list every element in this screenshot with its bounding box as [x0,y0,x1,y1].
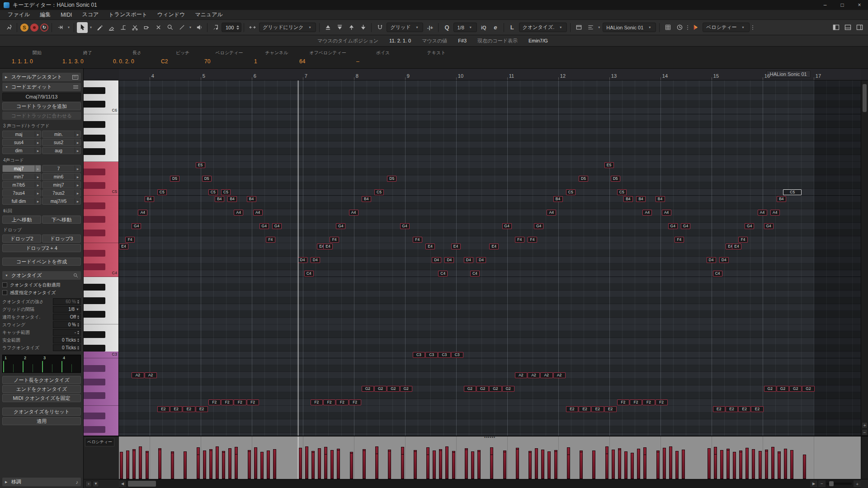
midi-note-G2[interactable]: G2 [362,386,374,392]
autoscroll-button[interactable] [55,22,66,33]
piano-key-D#3[interactable] [84,331,118,338]
midi-note-G2[interactable]: G2 [476,386,489,392]
zoom-slider[interactable] [826,483,852,485]
autoscroll-options-caret[interactable]: ▾ [66,25,71,29]
velocity-bar[interactable] [126,450,129,479]
midi-note-C4[interactable]: C4 [304,271,314,277]
midi-note-D5[interactable]: D5 [611,176,620,182]
midi-note-F4[interactable]: F4 [675,237,684,243]
menu-item-6[interactable]: ウィンドウ [152,9,190,20]
midi-note-G4[interactable]: G4 [681,223,690,229]
midi-note-A2[interactable]: A2 [515,372,527,378]
velocity-bar[interactable] [330,450,334,479]
midi-note-B4[interactable]: B4 [215,196,224,202]
piano-key-C4[interactable]: C4 [84,270,118,277]
midi-note-F2[interactable]: F2 [630,399,642,405]
chord-arrow-icon[interactable]: ▶ [35,131,41,137]
midi-note-E2[interactable]: E2 [713,406,725,412]
midi-note-E4[interactable]: E4 [451,244,461,249]
midi-note-F4[interactable]: F4 [515,237,524,243]
stepper-icon[interactable] [77,331,79,334]
midi-note-G4[interactable]: G4 [259,223,269,229]
piano-key-G2[interactable] [84,385,118,392]
piano-key-D#5[interactable] [84,169,118,175]
section-chord-edit[interactable]: ▼ コードエディット [2,83,81,91]
velocity-bar[interactable] [752,449,755,479]
midi-note-F2[interactable]: F2 [323,399,335,405]
velocity-bar[interactable] [254,447,257,479]
midi-note-C3[interactable]: C3 [425,352,438,358]
toolbar-overflow-dots[interactable] [687,25,688,30]
piano-key-A#3[interactable] [84,284,118,291]
velocity-bar[interactable] [675,451,679,479]
piano-key-D2[interactable] [84,419,118,426]
draw-tool[interactable] [94,22,105,33]
create-chord-event-button[interactable]: コードイベントを作成 [2,258,81,266]
info-field-value[interactable]: 70 [204,58,210,65]
velocity-bar[interactable] [445,446,448,479]
quantize-panel-button[interactable]: e [490,22,501,33]
midi-note-G4[interactable]: G4 [132,223,141,229]
velocity-bar[interactable] [324,454,327,479]
midi-note-F4[interactable]: F4 [738,237,748,243]
zoom-slider-thumb[interactable] [829,481,834,486]
horizontal-scrollbar[interactable]: ◀ ▶ − ＋ [119,479,861,488]
midi-note-F4[interactable]: F4 [125,237,135,243]
midi-note-E5[interactable]: E5 [604,162,614,168]
velocity-bar[interactable] [414,451,417,479]
midi-note-F2[interactable]: F2 [221,399,233,405]
field-value-ラフクオンタイズ[interactable]: 0 Ticks [53,344,81,351]
field-value-キャッチ範囲[interactable]: - [53,329,81,336]
vertical-scroll-thumb[interactable] [863,84,867,112]
maximize-button[interactable]: □ [834,0,851,10]
edit-active-part-button[interactable] [585,22,596,33]
minimize-button[interactable]: – [816,0,834,10]
velocity-bar[interactable] [618,450,621,479]
chord-button-min7[interactable]: min7▶ [2,173,41,180]
midi-note-C5[interactable]: C5 [374,189,384,195]
velocity-bar[interactable] [433,450,436,479]
quantize-reset-button[interactable]: クオンタイズをリセット [2,408,81,416]
velocity-bar[interactable] [471,451,474,479]
midi-note-F2[interactable]: F2 [336,399,348,405]
midi-note-E4[interactable]: E4 [119,244,128,249]
piano-key-F2[interactable] [84,399,118,406]
lane-select-button[interactable]: ▼ [93,481,99,487]
midi-note-E2[interactable]: E2 [183,406,195,412]
vertical-zoom-out-button[interactable]: − [862,429,868,436]
midi-note-E2[interactable]: E2 [751,406,763,412]
velocity-bar[interactable] [209,450,212,479]
midi-note-A2[interactable]: A2 [540,372,552,378]
piano-key-A3[interactable] [84,291,118,297]
midi-note-G2[interactable]: G2 [777,386,789,392]
independent-loop-button[interactable]: ↻ [40,23,48,32]
midi-note-G2[interactable]: G2 [387,386,399,392]
midi-note-B4[interactable]: B4 [636,196,646,202]
piano-key-G5[interactable] [84,141,118,148]
piano-key-D#2[interactable] [84,413,118,419]
midi-note-E5[interactable]: E5 [196,162,205,168]
chord-arrow-icon[interactable]: ▶ [75,147,80,154]
piano-key-F4[interactable] [84,236,118,243]
piano-key-F3[interactable] [84,318,118,324]
velocity-bar[interactable] [541,450,544,479]
velocity-bar[interactable] [158,450,161,479]
chord-arrow-icon[interactable]: ▶ [35,139,41,145]
velocity-bar[interactable] [765,451,768,479]
checkbox[interactable] [2,290,7,295]
part-options-caret[interactable]: ▾ [596,25,602,29]
velocity-bar[interactable] [547,451,551,479]
midi-note-E2[interactable]: E2 [726,406,738,412]
midi-note-C4[interactable]: C4 [470,271,480,277]
snap-button[interactable] [374,22,385,33]
checkbox[interactable] [2,282,7,287]
velocity-bar[interactable] [375,454,378,479]
midi-note-E2[interactable]: E2 [579,406,591,412]
piano-key-F#2[interactable] [84,392,118,399]
midi-note-A4[interactable]: A4 [662,210,671,216]
chord-arrow-icon[interactable]: ▶ [35,174,41,180]
midi-note-A2[interactable]: A2 [553,372,566,378]
midi-note-F2[interactable]: F2 [349,399,361,405]
midi-note-G2[interactable]: G2 [489,386,501,392]
midi-note-E2[interactable]: E2 [566,406,578,412]
